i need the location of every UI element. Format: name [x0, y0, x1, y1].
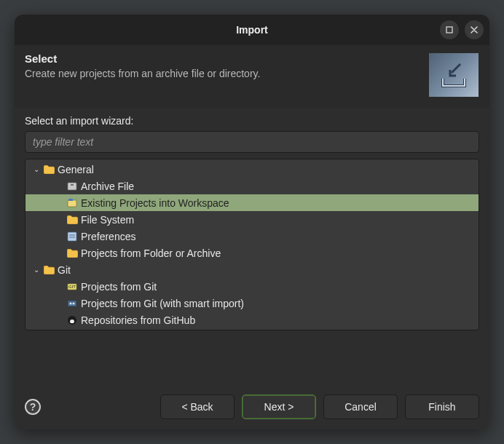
- svg-rect-8: [68, 301, 76, 306]
- header-description: Create new projects from an archive file…: [25, 68, 428, 79]
- tree-item-label: Preferences: [81, 231, 135, 242]
- wizard-header: Select Create new projects from an archi…: [15, 45, 489, 108]
- github-icon: [66, 314, 78, 326]
- svg-point-9: [70, 302, 72, 304]
- tree-category-label: Git: [58, 264, 71, 276]
- filter-input[interactable]: [25, 131, 479, 153]
- git-icon: [66, 298, 78, 309]
- svg-rect-1: [68, 183, 76, 190]
- svg-rect-0: [446, 27, 452, 33]
- folder-icon: [43, 164, 55, 175]
- tree-item-label: Projects from Folder or Archive: [81, 247, 221, 259]
- wizard-footer: ? < Back Next > Cancel Finish: [15, 384, 489, 429]
- tree-item-archive-file[interactable]: Archive File: [25, 178, 479, 194]
- folder-icon: [66, 247, 78, 259]
- tree-item-label: Archive File: [81, 181, 134, 192]
- tree-item-label: Repositories from GitHub: [81, 314, 195, 326]
- svg-rect-2: [71, 184, 74, 186]
- projects-icon: [66, 197, 78, 209]
- wizard-body: Select an import wizard: ⌄ General Archi…: [15, 108, 489, 384]
- header-title: Select: [25, 52, 428, 65]
- tree-item-label: Projects from Git: [81, 281, 157, 293]
- folder-icon: [43, 264, 55, 276]
- tree-item-label: File System: [81, 214, 134, 226]
- svg-rect-3: [68, 200, 76, 207]
- tree-item-repositories-github[interactable]: Repositories from GitHub: [25, 312, 479, 328]
- filter-prompt: Select an import wizard:: [25, 115, 479, 127]
- titlebar: Import: [15, 15, 489, 45]
- svg-text:GIT: GIT: [68, 285, 76, 289]
- svg-rect-5: [68, 232, 76, 241]
- archive-icon: [66, 181, 78, 192]
- tree-category-git[interactable]: ⌄ Git: [25, 261, 479, 278]
- next-button[interactable]: Next >: [242, 395, 316, 419]
- window-controls: [440, 20, 484, 39]
- tree-category-label: General: [58, 164, 94, 175]
- tree-item-label: Projects from Git (with smart import): [81, 298, 244, 309]
- tree-item-file-system[interactable]: File System: [25, 211, 479, 228]
- cancel-button[interactable]: Cancel: [323, 395, 398, 419]
- maximize-button[interactable]: [440, 20, 459, 39]
- import-banner-icon: [428, 52, 479, 98]
- folder-icon: [66, 214, 78, 226]
- chevron-down-icon: ⌄: [31, 165, 42, 173]
- close-button[interactable]: [465, 20, 484, 39]
- preferences-icon: [66, 231, 78, 242]
- svg-rect-4: [68, 199, 73, 201]
- import-dialog: Import Select Create new projects from a…: [15, 15, 489, 429]
- tree-item-projects-from-git-smart[interactable]: Projects from Git (with smart import): [25, 295, 479, 312]
- tree-item-preferences[interactable]: Preferences: [25, 228, 479, 245]
- tree-item-projects-from-git[interactable]: GIT Projects from Git: [25, 278, 479, 295]
- tree-item-label: Existing Projects into Workspace: [81, 197, 229, 209]
- chevron-down-icon: ⌄: [31, 266, 42, 274]
- tree-item-existing-projects[interactable]: Existing Projects into Workspace: [25, 194, 479, 211]
- tree-category-general[interactable]: ⌄ General: [25, 161, 479, 178]
- tree-item-projects-folder-archive[interactable]: Projects from Folder or Archive: [25, 245, 479, 261]
- svg-point-10: [73, 302, 75, 304]
- finish-button[interactable]: Finish: [405, 395, 479, 419]
- back-button[interactable]: < Back: [160, 395, 235, 419]
- window-title: Import: [236, 24, 268, 36]
- wizard-tree[interactable]: ⌄ General Archive File Existing Projects: [25, 159, 479, 330]
- help-button[interactable]: ?: [25, 399, 41, 415]
- git-icon: GIT: [66, 281, 78, 293]
